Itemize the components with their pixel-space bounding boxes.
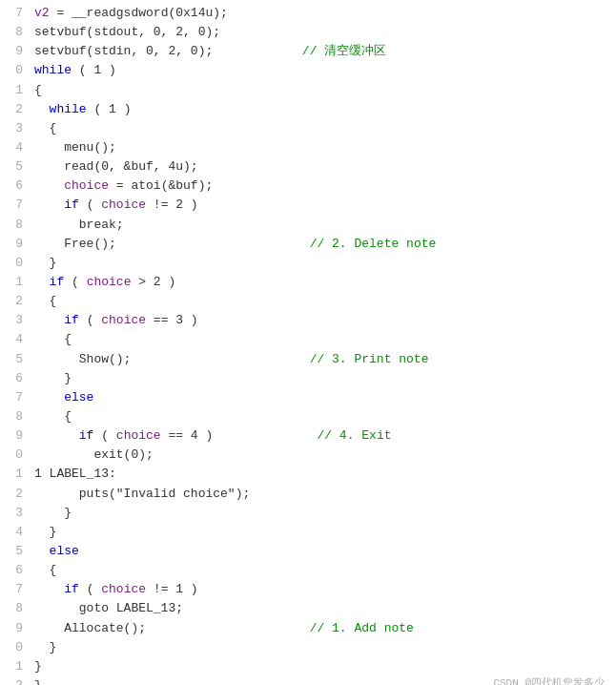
kw-segment: else (64, 388, 93, 407)
line-number: 6 (6, 369, 23, 388)
code-line: } (34, 638, 608, 657)
plain-segment: } (34, 638, 56, 657)
line-number: 2 (6, 100, 23, 119)
kw-segment: if (64, 196, 79, 215)
code-line: else (34, 388, 608, 407)
cmt-segment: // 2. Delete note (116, 235, 436, 254)
line-number: 0 (6, 254, 23, 273)
code-line: { (34, 81, 608, 100)
cmt-segment: // 清空缓冲区 (213, 42, 386, 61)
code-line: Allocate(); // 1. Add note (34, 619, 608, 638)
plain-segment (34, 388, 64, 407)
plain-segment: Allocate(); (34, 619, 146, 638)
line-number: 4 (6, 138, 23, 157)
code-line: setvbuf(stdin, 0, 2, 0); // 清空缓冲区 (34, 42, 608, 61)
line-number: 8 (6, 23, 23, 42)
kw-segment: else (50, 542, 79, 561)
plain-segment: puts("Invalid choice"); (34, 485, 250, 504)
var-segment: choice (64, 176, 109, 196)
plain-segment: ( (79, 196, 101, 215)
line-number: 6 (6, 561, 23, 580)
plain-segment: { (34, 119, 56, 138)
cmt-segment: // 1. Add note (146, 619, 414, 638)
line-number: 8 (6, 599, 23, 618)
plain-segment (34, 580, 64, 599)
plain-segment: { (34, 561, 56, 580)
code-line: } (34, 254, 608, 273)
code-body: v2 = __readgsdword(0x14u);setvbuf(stdout… (27, 4, 616, 685)
line-number: 1 (6, 81, 23, 100)
line-number: 9 (6, 426, 23, 446)
watermark: CSDN @四代机您发多少 (493, 675, 605, 685)
line-number: 2 (6, 676, 23, 685)
plain-segment: != 2 ) (146, 196, 198, 215)
plain-segment: = atoi(&buf); (109, 176, 213, 196)
code-line: exit(0); (34, 446, 608, 465)
code-line: } (34, 504, 608, 523)
plain-segment: setvbuf(stdout, 0, 2, 0); (34, 23, 220, 42)
code-line: 1 LABEL_13: (34, 465, 608, 484)
line-number: 0 (6, 446, 23, 465)
plain-segment: } (34, 504, 72, 523)
plain-segment: == 4 ) (161, 426, 214, 446)
plain-segment (34, 542, 50, 561)
plain-segment: } (34, 369, 72, 388)
line-number: 3 (6, 504, 23, 523)
code-line: setvbuf(stdout, 0, 2, 0); (34, 23, 608, 42)
code-line: { (34, 119, 608, 138)
line-number: 9 (6, 42, 23, 61)
var-segment: choice (116, 426, 161, 446)
plain-segment: Free(); (34, 235, 116, 254)
plain-segment: ( (79, 311, 101, 330)
code-line: choice = atoi(&buf); (34, 176, 608, 196)
cmt-segment: // 4. Exit (213, 426, 391, 446)
line-number: 7 (6, 196, 23, 215)
code-line: if ( choice != 1 ) (34, 580, 608, 599)
code-line: { (34, 561, 608, 580)
code-line: if ( choice == 4 ) // 4. Exit (34, 426, 608, 446)
plain-segment (34, 426, 79, 446)
plain-segment: ( (93, 426, 115, 446)
code-line: if ( choice != 2 ) (34, 196, 608, 215)
line-number: 1 (6, 273, 23, 292)
code-line: } (34, 657, 608, 676)
line-number: 3 (6, 119, 23, 138)
line-numbers: 789012345678901234567890123456789012 (0, 4, 27, 685)
code-line: goto LABEL_13; (34, 599, 608, 618)
line-number: 9 (6, 619, 23, 638)
line-number: 2 (6, 292, 23, 311)
var-segment: choice (101, 580, 146, 599)
plain-segment: } (34, 254, 56, 273)
plain-segment: } (34, 676, 42, 685)
plain-segment: } (34, 657, 42, 676)
plain-segment: ( 1 ) (87, 100, 132, 119)
plain-segment: Show(); (34, 350, 131, 369)
code-line: else (34, 542, 608, 561)
line-number: 0 (6, 638, 23, 657)
line-number: 5 (6, 542, 23, 561)
code-line: Show(); // 3. Print note (34, 350, 608, 369)
plain-segment: { (34, 81, 42, 100)
line-number: 7 (6, 580, 23, 599)
line-number: 1 (6, 657, 23, 676)
plain-segment (34, 196, 64, 215)
code-line: menu(); (34, 138, 608, 157)
line-number: 8 (6, 216, 23, 235)
var-segment: choice (101, 311, 146, 330)
line-number: 3 (6, 311, 23, 330)
plain-segment: } (34, 523, 56, 542)
plain-segment: ( (64, 273, 86, 292)
kw-segment: while (34, 61, 72, 80)
kw-segment: if (50, 273, 65, 292)
plain-segment (34, 100, 50, 119)
plain-segment: read(0, &buf, 4u); (34, 157, 198, 176)
line-number: 6 (6, 176, 23, 196)
code-line: break; (34, 216, 608, 235)
code-line: while ( 1 ) (34, 61, 608, 80)
line-number: 4 (6, 330, 23, 349)
plain-segment: { (34, 330, 72, 349)
plain-segment (34, 311, 64, 330)
code-line: } (34, 523, 608, 542)
line-number: 0 (6, 61, 23, 80)
var-segment: choice (87, 273, 132, 292)
